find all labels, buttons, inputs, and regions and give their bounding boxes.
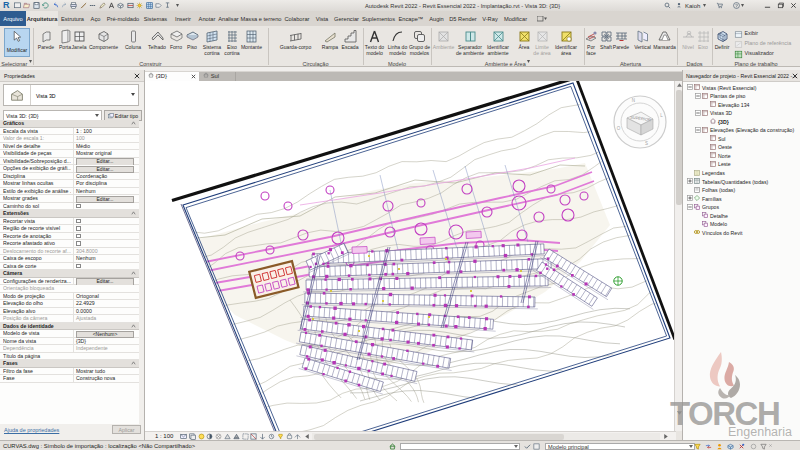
svg-text:S: S (645, 141, 648, 146)
svg-text:N: N (632, 98, 635, 103)
svg-text:O: O (617, 126, 621, 131)
